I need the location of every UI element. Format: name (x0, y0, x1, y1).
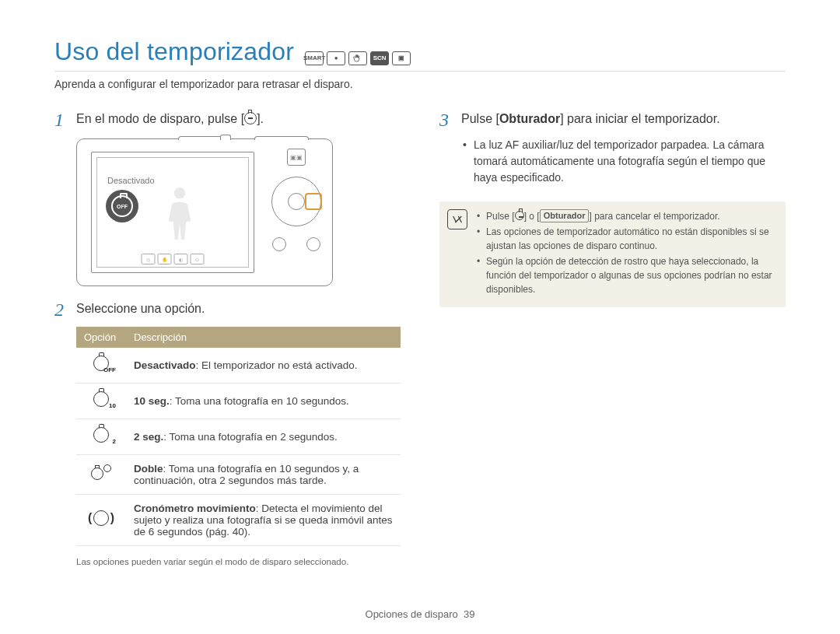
mode-icon-camera: ● (327, 51, 345, 65)
table-row: Doble: Toma una fotografía en 10 segundo… (76, 455, 401, 495)
right-column: 3 Pulse [Obturador] para iniciar el temp… (439, 110, 786, 566)
page-footer: Opciones de disparo 39 (0, 608, 840, 620)
mode-icon-scn: SCN (370, 51, 389, 65)
step-3-bullets: La luz AF auxiliar/luz del temporizador … (461, 137, 786, 186)
note-box: Pulse [] o [Obturador] para cancelar el … (439, 201, 786, 307)
table-head-option: Opción (76, 327, 126, 348)
off-badge-icon: OFF (106, 190, 138, 222)
options-table: Opción Descripción OFF Desactivado: El t… (76, 327, 401, 546)
note-list: Pulse [] o [Obturador] para cancelar el … (477, 209, 775, 298)
list-item: Las opciones de temporizador automático … (477, 225, 775, 253)
timer-2s-icon: 2 (93, 427, 109, 443)
mode-icons: SMART ● SCN ▣ (305, 51, 411, 65)
person-silhouette-icon (163, 185, 196, 244)
subtitle: Aprenda a configurar el temporizador par… (54, 78, 786, 90)
screen-status-label: Desactivado (107, 176, 155, 185)
timer-motion-icon (93, 510, 109, 526)
mode-icon-hand (348, 51, 367, 65)
title-row: Uso del temporizador SMART ● SCN ▣ (54, 37, 786, 72)
camera-illustration: Desactivado OFF ◎✋◐⊙ ▣▣ (76, 138, 333, 286)
list-item: Según la opción de detección de rostro q… (477, 254, 775, 296)
page-title: Uso del temporizador (54, 37, 294, 66)
timer-icon (515, 211, 524, 220)
table-row: Cronómetro movimiento: Detecta el movimi… (76, 495, 401, 546)
fn-button-icon (272, 237, 286, 251)
step-number: 3 (439, 110, 453, 129)
table-footnote: Las opciones pueden variar según el modo… (76, 557, 401, 566)
left-column: 1 En el modo de disparo, pulse []. Desac… (54, 110, 401, 566)
mode-icon-video: ▣ (392, 51, 411, 65)
step-2: 2 Seleccione una opción. (54, 300, 401, 319)
columns: 1 En el modo de disparo, pulse []. Desac… (54, 110, 786, 566)
step-1: 1 En el modo de disparo, pulse []. (54, 110, 401, 129)
timer-double-icon (91, 464, 111, 482)
note-icon (447, 209, 467, 229)
list-item: Pulse [] o [Obturador] para cancelar el … (477, 209, 775, 223)
svg-point-0 (174, 187, 185, 198)
dpad-right-highlight (305, 193, 322, 210)
step-number: 2 (54, 300, 68, 319)
table-row: 10 10 seg.: Toma una fotografía en 10 se… (76, 384, 401, 419)
mode-strip: ◎✋◐⊙ (142, 254, 205, 264)
timer-10s-icon: 10 (93, 391, 109, 407)
timer-off-icon: OFF (93, 356, 109, 371)
playback-button-icon: ▣▣ (287, 149, 306, 166)
step-text: Pulse [Obturador] para iniciar el tempor… (461, 110, 720, 128)
step-text: En el modo de disparo, pulse []. (76, 110, 264, 128)
camera-controls: ▣▣ (271, 149, 321, 251)
page: Uso del temporizador SMART ● SCN ▣ Apren… (0, 0, 840, 634)
dpad-icon (271, 177, 321, 226)
step-number: 1 (54, 110, 68, 129)
step-text: Seleccione una opción. (76, 300, 205, 317)
step-3: 3 Pulse [Obturador] para iniciar el temp… (439, 110, 786, 129)
table-row: OFF Desactivado: El temporizador no está… (76, 348, 401, 384)
play-button-icon (306, 237, 320, 251)
timer-icon (244, 112, 257, 124)
mode-icon-smart: SMART (305, 51, 324, 65)
table-head-desc: Descripción (126, 327, 401, 348)
table-row: 2 2 seg.: Toma una fotografía en 2 segun… (76, 419, 401, 455)
list-item: La luz AF auxiliar/luz del temporizador … (461, 137, 786, 186)
